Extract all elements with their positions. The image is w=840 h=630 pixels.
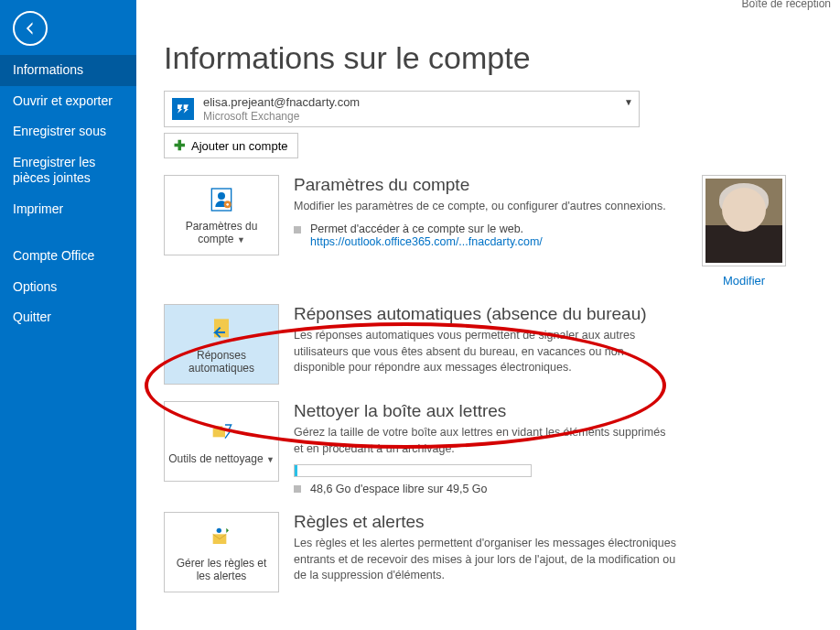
sidebar-item-label: Compte Office — [13, 248, 94, 263]
svg-point-1 — [218, 192, 225, 200]
avatar — [702, 175, 786, 266]
inbox-label: Boîte de réception — [742, 0, 831, 10]
bullet-text: Permet d'accéder à ce compte sur le web. — [310, 223, 523, 235]
section-heading: Réponses automatiques (absence du bureau… — [294, 304, 678, 324]
sidebar-item-ouvrir-exporter[interactable]: Ouvrir et exporter — [0, 86, 136, 117]
sidebar-item-label: Quitter — [13, 310, 51, 324]
svg-point-8 — [217, 527, 221, 532]
section-heading: Paramètres du compte — [294, 175, 678, 195]
auto-reply-icon — [207, 314, 236, 343]
cleanup-tools-tile[interactable]: Outils de nettoyage ▼ — [164, 401, 279, 482]
sidebar-item-label: Enregistrer les pièces jointes — [13, 155, 95, 186]
sidebar-item-label: Enregistrer sous — [13, 124, 106, 138]
account-picker[interactable]: elisa.prejeant@fnacdarty.com Microsoft E… — [164, 91, 640, 127]
svg-point-3 — [226, 203, 229, 206]
rules-alerts-tile[interactable]: Gérer les règles et les alertes — [164, 512, 279, 592]
bullet-icon — [294, 485, 301, 493]
storage-fill — [295, 465, 297, 476]
sidebar-item-label: Ouvrir et exporter — [13, 93, 113, 108]
tile-label: Réponses automatiques — [188, 349, 254, 375]
sidebar-item-informations[interactable]: Informations — [0, 55, 136, 86]
back-button[interactable] — [13, 11, 48, 46]
exchange-icon — [172, 98, 194, 120]
sidebar-item-options[interactable]: Options — [0, 272, 136, 303]
storage-bar — [294, 464, 532, 477]
sidebar-item-label: Options — [13, 279, 57, 294]
account-settings-tile[interactable]: Paramètres du compte ▼ — [164, 175, 279, 255]
section-heading: Règles et alertes — [294, 512, 678, 532]
cleanup-icon — [207, 418, 236, 447]
chevron-down-icon: ▼ — [237, 235, 245, 244]
sidebar-item-label: Informations — [13, 62, 83, 77]
svg-rect-5 — [213, 429, 225, 437]
section-desc: Modifier les paramètres de ce compte, ou… — [294, 199, 678, 215]
add-account-button[interactable]: ✚ Ajouter un compte — [164, 133, 298, 158]
sidebar-item-quitter[interactable]: Quitter — [0, 302, 136, 333]
sidebar-item-enregistrer-pj[interactable]: Enregistrer les pièces jointes — [0, 147, 136, 194]
chevron-down-icon: ▼ — [266, 455, 275, 464]
account-type: Microsoft Exchange — [203, 110, 360, 123]
page-title: Informations sur le compte — [164, 40, 840, 76]
tile-label: Gérer les règles et les alertes — [177, 557, 267, 582]
sidebar-item-label: Imprimer — [13, 201, 63, 216]
account-email: elisa.prejeant@fnacdarty.com — [203, 95, 360, 109]
chevron-down-icon: ▼ — [624, 97, 633, 107]
tile-label: Outils de nettoyage — [168, 452, 263, 465]
sidebar-item-compte-office[interactable]: Compte Office — [0, 241, 136, 272]
modify-avatar-link[interactable]: Modifier — [723, 274, 765, 288]
section-heading: Nettoyer la boîte aux lettres — [294, 401, 678, 421]
person-gear-icon — [207, 185, 236, 214]
sidebar-item-enregistrer-sous[interactable]: Enregistrer sous — [0, 116, 136, 147]
add-account-label: Ajouter un compte — [191, 139, 288, 153]
sidebar-item-imprimer[interactable]: Imprimer — [0, 194, 136, 225]
section-desc: Gérez la taille de votre boîte aux lettr… — [294, 425, 678, 457]
section-desc: Les règles et les alertes permettent d'o… — [294, 536, 678, 584]
storage-text: 48,6 Go d'espace libre sur 49,5 Go — [310, 483, 487, 495]
automatic-replies-tile[interactable]: Réponses automatiques — [164, 304, 279, 385]
svg-rect-6 — [215, 426, 222, 429]
bullet-icon — [294, 226, 301, 234]
backstage-sidebar: Informations Ouvrir et exporter Enregist… — [0, 0, 136, 630]
tile-label: Paramètres du compte — [186, 220, 258, 245]
arrow-left-icon — [21, 19, 39, 38]
main-pane: Boîte de réception Informations sur le c… — [136, 0, 840, 630]
plus-icon: ✚ — [174, 137, 186, 154]
section-desc: Les réponses automatiques vous permetten… — [294, 328, 678, 376]
owa-link[interactable]: https://outlook.office365.com/...fnacdar… — [310, 235, 543, 248]
rules-icon — [207, 522, 236, 551]
